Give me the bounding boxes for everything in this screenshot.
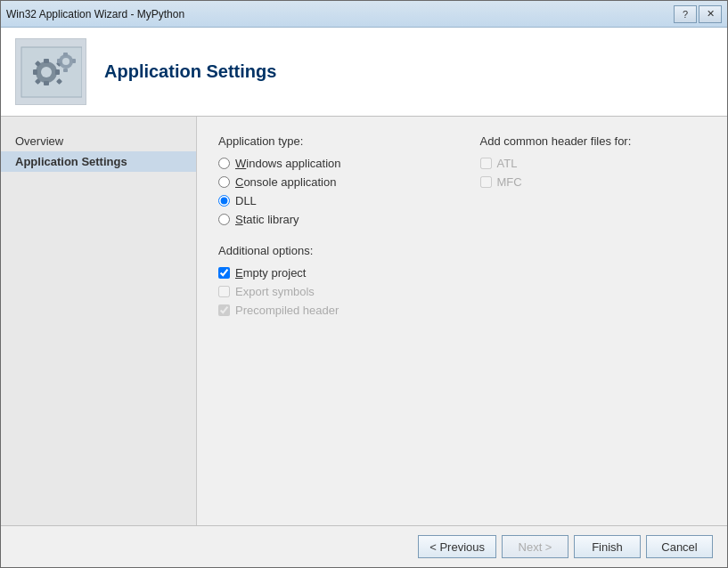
form-section: Application type: Windows application	[218, 134, 706, 317]
static-lib-radio[interactable]	[218, 214, 230, 225]
app-type-radio-group: Windows application Console application	[218, 157, 445, 226]
header-files-column: Add common header files for: ATL	[480, 134, 707, 317]
radio-windows-app[interactable]: Windows application	[218, 157, 445, 170]
radio-static-lib[interactable]: Static library	[218, 213, 445, 226]
header-banner: Application Settings	[1, 28, 727, 117]
svg-rect-6	[55, 69, 60, 75]
sidebar: Overview Application Settings	[1, 117, 197, 525]
console-app-label: Console application	[235, 175, 336, 189]
main-window: Win32 Application Wizard - MyPython ? ✕	[0, 0, 728, 568]
svg-rect-16	[72, 59, 76, 63]
checkbox-export-symbols: Export symbols	[218, 285, 445, 298]
content-area: Application type: Windows application	[197, 117, 727, 525]
radio-console-app[interactable]: Console application	[218, 175, 445, 189]
checkbox-empty-project[interactable]: Empty project	[218, 266, 445, 280]
checkbox-atl: ATL	[480, 157, 707, 170]
sidebar-item-overview[interactable]: Overview	[1, 131, 196, 151]
window-title: Win32 Application Wizard - MyPython	[6, 8, 184, 20]
mfc-label: MFC	[497, 175, 522, 189]
cancel-button[interactable]: Cancel	[646, 535, 713, 558]
help-button[interactable]: ?	[674, 5, 697, 23]
console-app-radio[interactable]	[218, 176, 230, 188]
additional-options-label: Additional options:	[218, 244, 445, 257]
static-lib-label: Static library	[235, 213, 299, 226]
atl-checkbox	[480, 158, 492, 169]
additional-options: Additional options: Empty project	[218, 244, 445, 317]
finish-button[interactable]: Finish	[574, 535, 641, 558]
app-type-label: Application type:	[218, 134, 445, 148]
windows-app-label: Windows application	[235, 157, 341, 170]
previous-button[interactable]: < Previous	[418, 535, 496, 558]
precompiled-header-checkbox	[218, 304, 230, 316]
main-content: Application Settings Overview Applicatio…	[1, 28, 727, 567]
export-symbols-label: Export symbols	[235, 285, 315, 298]
next-button[interactable]: Next >	[502, 535, 568, 558]
header-files-label: Add common header files for:	[480, 134, 707, 148]
title-bar-buttons: ? ✕	[674, 5, 722, 23]
title-bar: Win32 Application Wizard - MyPython ? ✕	[1, 1, 727, 28]
radio-dll[interactable]: DLL	[218, 194, 445, 207]
gear-icon-svg	[20, 45, 82, 99]
windows-app-radio[interactable]	[218, 158, 230, 169]
body-section: Overview Application Settings Applicatio…	[1, 117, 727, 525]
wizard-icon	[15, 38, 86, 105]
footer: < Previous Next > Finish Cancel	[1, 525, 727, 567]
dll-radio[interactable]	[218, 195, 230, 207]
svg-rect-4	[44, 81, 49, 85]
close-button[interactable]: ✕	[699, 5, 722, 23]
dll-label: DLL	[235, 194, 257, 207]
svg-rect-14	[63, 69, 68, 72]
empty-project-checkbox[interactable]	[218, 267, 230, 279]
empty-project-label: Empty project	[235, 266, 306, 280]
sidebar-item-app-settings[interactable]: Application Settings	[1, 151, 196, 172]
header-files-checkboxes: ATL MFC	[480, 157, 707, 189]
export-symbols-checkbox	[218, 286, 230, 297]
atl-label: ATL	[497, 157, 518, 170]
app-type-column: Application type: Windows application	[218, 134, 445, 317]
additional-options-checkboxes: Empty project Export symbols	[218, 266, 445, 317]
checkbox-precompiled-header: Precompiled header	[218, 304, 445, 317]
svg-point-12	[62, 58, 70, 65]
svg-rect-5	[33, 69, 37, 75]
svg-rect-3	[44, 59, 49, 63]
precompiled-header-label: Precompiled header	[235, 304, 339, 317]
checkbox-mfc: MFC	[480, 175, 707, 189]
svg-rect-15	[57, 59, 61, 63]
svg-point-2	[41, 67, 52, 77]
svg-rect-13	[63, 53, 68, 56]
page-title: Application Settings	[104, 61, 276, 82]
mfc-checkbox	[480, 176, 492, 188]
